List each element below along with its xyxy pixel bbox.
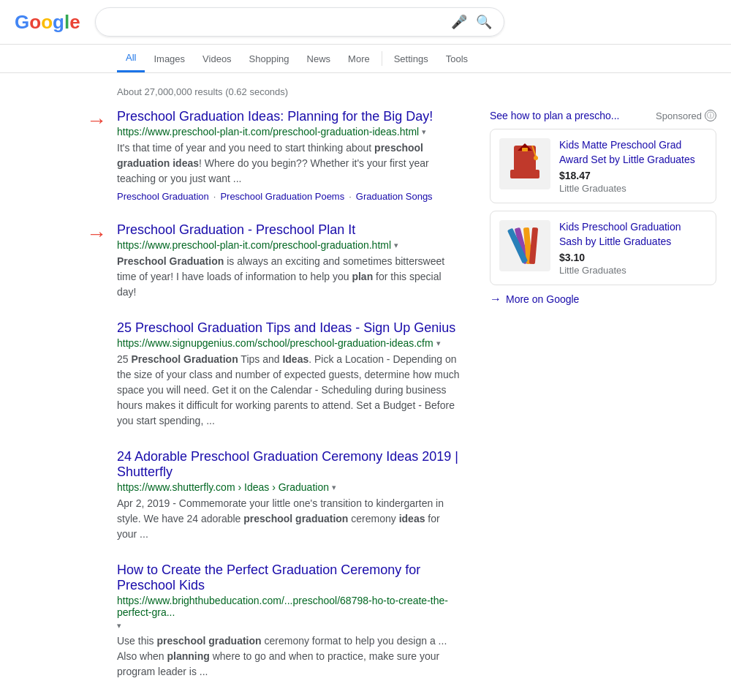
- results-column: About 27,000,000 results (0.62 seconds) …: [117, 80, 461, 700]
- url-expand-icon-5[interactable]: ▾: [117, 621, 461, 631]
- results-info: About 27,000,000 results (0.62 seconds): [117, 80, 461, 109]
- more-on-google-link[interactable]: → More on Google: [490, 293, 716, 306]
- google-logo[interactable]: Google: [15, 11, 80, 34]
- result-snippet-3: 25 Preschool Graduation Tips and Ideas. …: [117, 352, 461, 429]
- result-snippet-5: Use this preschool graduation ceremony f…: [117, 633, 461, 680]
- result-snippet-2: Preschool Graduation is always an exciti…: [117, 254, 461, 300]
- result-item: 25 Preschool Graduation Tips and Ideas -…: [117, 320, 461, 429]
- result-title-4[interactable]: 24 Adorable Preschool Graduation Ceremon…: [117, 449, 461, 480]
- result-title-3[interactable]: 25 Preschool Graduation Tips and Ideas -…: [117, 320, 461, 336]
- svg-rect-2: [510, 170, 539, 178]
- search-input[interactable]: how to plan a preschool graduation: [107, 15, 445, 29]
- arrow-icon: →: [86, 222, 107, 246]
- result-item: → Preschool Graduation - Preschool Plan …: [117, 222, 461, 300]
- result-title-1[interactable]: Preschool Graduation Ideas: Planning for…: [117, 109, 461, 124]
- svg-point-5: [534, 156, 538, 160]
- result-item: → Preschool Graduation Ideas: Planning f…: [117, 109, 461, 202]
- svg-rect-3: [522, 148, 528, 151]
- main-content: About 27,000,000 results (0.62 seconds) …: [0, 73, 731, 700]
- result-link-preschool-graduation[interactable]: Preschool Graduation: [117, 191, 209, 202]
- sponsored-label: Sponsored: [656, 110, 702, 121]
- product-name-1[interactable]: Kids Matte Preschool Grad Award Set by L…: [559, 138, 707, 167]
- result-link-preschool-graduation-poems[interactable]: Preschool Graduation Poems: [220, 191, 344, 202]
- more-on-google-label: More on Google: [506, 293, 579, 305]
- link-separator: ·: [213, 191, 216, 202]
- result-url-4: https://www.shutterfly.com › Ideas › Gra…: [117, 481, 461, 493]
- product-seller-2: Little Graduates: [559, 265, 707, 276]
- header: Google how to plan a preschool graduatio…: [0, 0, 731, 45]
- nav-tools[interactable]: Tools: [437, 46, 477, 72]
- result-links-1: Preschool Graduation · Preschool Graduat…: [117, 191, 461, 202]
- result-item: 24 Adorable Preschool Graduation Ceremon…: [117, 449, 461, 542]
- nav-images[interactable]: Images: [145, 46, 194, 72]
- see-how-link[interactable]: See how to plan a prescho...: [490, 110, 619, 121]
- url-dropdown-icon[interactable]: ▾: [436, 339, 441, 348]
- sidebar-header: See how to plan a prescho... Sponsored ⓘ: [490, 110, 716, 121]
- result-url-3: https://www.signupgenius.com/school/pres…: [117, 337, 461, 349]
- nav-bar: All Images Videos Shopping News More Set…: [0, 45, 731, 73]
- info-icon[interactable]: ⓘ: [705, 110, 716, 121]
- product-price-1: $18.47: [559, 170, 707, 181]
- result-link-graduation-songs[interactable]: Graduation Songs: [356, 191, 433, 202]
- arrow-icon: →: [86, 109, 107, 132]
- result-url-2: https://www.preschool-plan-it.com/presch…: [117, 239, 461, 251]
- grad-sash-image: [503, 224, 547, 268]
- sidebar-column: See how to plan a prescho... Sponsored ⓘ: [490, 80, 716, 700]
- result-url-1: https://www.preschool-plan-it.com/presch…: [117, 126, 461, 138]
- product-card-2[interactable]: Kids Preschool Graduation Sash by Little…: [490, 211, 716, 285]
- result-item: How to Create the Perfect Graduation Cer…: [117, 562, 461, 680]
- nav-news[interactable]: News: [298, 46, 340, 72]
- more-on-google-arrow: →: [490, 293, 501, 306]
- grad-gown-image: [503, 142, 547, 186]
- search-icon[interactable]: 🔍: [476, 14, 492, 30]
- product-seller-1: Little Graduates: [559, 183, 707, 194]
- product-name-2[interactable]: Kids Preschool Graduation Sash by Little…: [559, 220, 707, 249]
- product-info-1: Kids Matte Preschool Grad Award Set by L…: [559, 138, 707, 194]
- microphone-icon[interactable]: 🎤: [451, 14, 467, 30]
- result-title-5[interactable]: How to Create the Perfect Graduation Cer…: [117, 562, 461, 593]
- product-info-2: Kids Preschool Graduation Sash by Little…: [559, 220, 707, 276]
- result-arrow-2: →: [86, 222, 107, 246]
- url-dropdown-icon[interactable]: ▾: [332, 483, 336, 492]
- search-bar: how to plan a preschool graduation 🎤 🔍: [95, 7, 504, 37]
- product-card-1[interactable]: Kids Matte Preschool Grad Award Set by L…: [490, 129, 716, 203]
- product-image-1: [499, 138, 550, 189]
- nav-all[interactable]: All: [117, 45, 145, 72]
- result-title-2[interactable]: Preschool Graduation - Preschool Plan It: [117, 222, 461, 238]
- nav-more[interactable]: More: [339, 46, 379, 72]
- nav-settings[interactable]: Settings: [385, 46, 437, 72]
- nav-shopping[interactable]: Shopping: [240, 46, 298, 72]
- link-separator: ·: [349, 191, 352, 202]
- result-url-5: https://www.brighthubeducation.com/...pr…: [117, 595, 461, 618]
- result-arrow-1: →: [86, 109, 107, 132]
- result-snippet-1: It's that time of year and you need to s…: [117, 140, 461, 187]
- product-price-2: $3.10: [559, 252, 707, 263]
- nav-videos[interactable]: Videos: [194, 46, 240, 72]
- product-image-2: [499, 220, 550, 271]
- url-dropdown-icon[interactable]: ▾: [422, 127, 426, 137]
- url-dropdown-icon[interactable]: ▾: [394, 241, 398, 250]
- result-snippet-4: Apr 2, 2019 - Commemorate your little on…: [117, 496, 461, 542]
